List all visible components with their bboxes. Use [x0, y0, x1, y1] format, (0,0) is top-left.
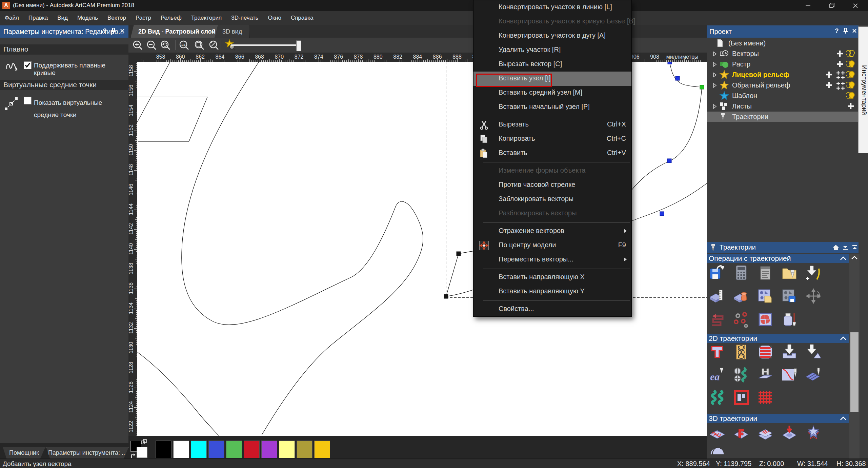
palette-swatch[interactable]	[208, 441, 224, 458]
pin-icon[interactable]	[843, 27, 849, 35]
tile-save[interactable]	[781, 288, 798, 304]
star-stack[interactable]	[805, 424, 822, 441]
vector-node-black[interactable]	[457, 252, 461, 256]
context-menu-item[interactable]: Вставить направляющую X	[473, 270, 631, 285]
expand-icon[interactable]	[712, 104, 717, 109]
toolpath-section-header[interactable]: 2D траектории	[707, 334, 849, 343]
plus-icon[interactable]	[835, 49, 844, 58]
simulate-loop[interactable]	[709, 311, 725, 328]
island-weave[interactable]	[733, 344, 749, 360]
palette-swatch[interactable]	[156, 441, 171, 458]
vcarve[interactable]	[805, 344, 822, 360]
bulb-on-icon[interactable]	[846, 60, 856, 69]
expand-icon[interactable]	[712, 72, 717, 78]
menubar-item-окно[interactable]: Окно	[263, 11, 286, 25]
bulb-on-icon[interactable]	[846, 81, 856, 90]
bulb-on-icon[interactable]	[846, 91, 856, 101]
swap-arrow-icon[interactable]	[130, 452, 137, 459]
quad-view[interactable]	[757, 311, 773, 328]
tree-item-лицевой-рельеф[interactable]: Лицевой рельеф	[707, 70, 859, 80]
create-toolpath[interactable]	[805, 265, 822, 281]
expand-icon[interactable]	[712, 83, 717, 88]
chevron-up-icon[interactable]	[840, 336, 847, 341]
chevron-up-icon[interactable]	[840, 256, 847, 261]
palette-swatch[interactable]	[226, 441, 242, 458]
tree-item-шаблон[interactable]: Шаблон	[707, 91, 859, 101]
tree-item-растр[interactable]: Растр	[707, 59, 859, 70]
midpoints-checkbox[interactable]	[24, 97, 32, 104]
bottom-tab-tool-options[interactable]: Параметры инструмента: ...	[46, 447, 129, 459]
context-menu-item[interactable]: Удалить участок [R]	[473, 43, 631, 57]
vector-node-blue[interactable]	[668, 62, 672, 64]
context-menu-item[interactable]: Против часовой стрелке	[473, 178, 631, 192]
pocket-3d[interactable]	[781, 424, 798, 441]
palette-swatch[interactable]	[191, 441, 207, 458]
profile-t[interactable]	[709, 344, 725, 360]
zlevel-sheets[interactable]	[757, 424, 773, 441]
parallelogram[interactable]	[137, 97, 207, 142]
island-weave[interactable]	[733, 344, 749, 360]
view-tab-2d[interactable]: 2D Вид - Растровый слой	[130, 25, 223, 38]
dock-bottom-icon[interactable]	[842, 244, 849, 251]
area-clearance[interactable]	[757, 344, 773, 360]
tile-folder[interactable]	[757, 288, 773, 304]
swoosh-curve[interactable]	[182, 62, 423, 435]
pin-icon[interactable]	[110, 27, 117, 35]
zoom-fit-icon[interactable]	[208, 39, 220, 51]
context-menu-item[interactable]: По центру моделиF9	[473, 238, 631, 253]
relief-wave[interactable]	[709, 424, 725, 441]
toolpath-section-header[interactable]: 3D траектории	[707, 414, 849, 423]
smooth-checkbox[interactable]	[24, 61, 32, 69]
fblock[interactable]	[733, 424, 749, 441]
drill-bank[interactable]	[733, 367, 749, 383]
question-icon[interactable]: ?	[102, 27, 108, 35]
create-toolpath[interactable]	[805, 265, 822, 281]
grid-lattice[interactable]	[757, 389, 773, 406]
panel-scrollbar[interactable]	[849, 254, 860, 468]
context-menu-item[interactable]: Конвертировать участок в дугу [A]	[473, 29, 631, 43]
solid-simulate[interactable]	[781, 311, 798, 328]
context-menu-item[interactable]: Вставить узел [I]	[473, 72, 631, 86]
zlevel-sheets[interactable]	[757, 424, 773, 441]
context-menu-item[interactable]: Переместить векторы...	[473, 253, 631, 267]
selected-segment-up[interactable]	[459, 251, 474, 254]
plus-icon[interactable]	[835, 60, 844, 69]
model-ruler[interactable]	[709, 288, 725, 304]
material-setup[interactable]	[733, 288, 749, 304]
toolpath-notes[interactable]	[757, 265, 773, 281]
tree-item-траектории[interactable]: Траектории	[707, 112, 859, 122]
vector-node-blue[interactable]	[667, 159, 671, 163]
chevron-up-icon[interactable]	[851, 255, 858, 260]
menubar-item-вектор[interactable]: Вектор	[103, 11, 131, 25]
raster-ramp[interactable]	[805, 367, 822, 383]
solid-simulate[interactable]	[781, 311, 798, 328]
palette-swatch[interactable]	[244, 441, 260, 458]
bridge[interactable]	[757, 367, 773, 383]
pocket[interactable]	[781, 344, 798, 360]
zoom-slider-handle[interactable]	[296, 40, 301, 51]
arc-top-right[interactable]	[670, 62, 702, 87]
engrave[interactable]: ea	[709, 367, 725, 383]
tree-item-листы[interactable]: Листы	[707, 101, 859, 112]
context-menu-item[interactable]: Вставить направляющую Y	[473, 285, 631, 299]
material-setup[interactable]	[733, 288, 749, 304]
zoom-box-icon[interactable]	[194, 39, 205, 51]
close-button[interactable]	[845, 0, 865, 11]
profile-t[interactable]	[709, 344, 725, 360]
context-menu-item[interactable]: КопироватьCtrl+C	[473, 132, 631, 146]
save-toolpath[interactable]	[709, 265, 725, 281]
vector-node-green[interactable]	[700, 85, 704, 89]
bridge[interactable]	[757, 367, 773, 383]
vcarve[interactable]	[805, 344, 822, 360]
dome-partial[interactable]	[709, 441, 725, 457]
grid-lattice[interactable]	[757, 389, 773, 406]
frame-panels[interactable]	[733, 389, 749, 406]
palette-swatch[interactable]	[297, 441, 312, 458]
engrave[interactable]: ea	[709, 367, 725, 383]
context-menu-item[interactable]: Отражение векторов	[473, 224, 631, 238]
star-stack[interactable]	[805, 424, 822, 441]
palette-swatch[interactable]	[314, 441, 330, 458]
vector-node-blue[interactable]	[660, 212, 664, 216]
view-tab-3d[interactable]: 3D вид	[215, 25, 250, 38]
fblock[interactable]	[733, 424, 749, 441]
